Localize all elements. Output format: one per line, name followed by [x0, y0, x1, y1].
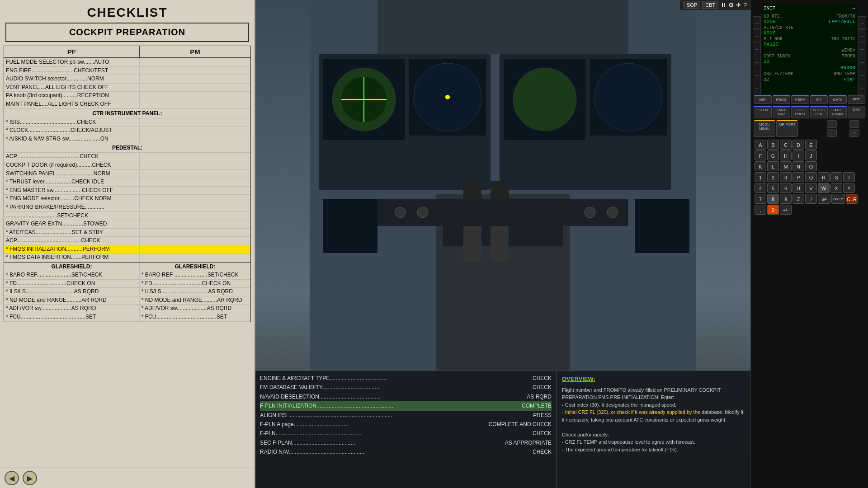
lsk-1r[interactable]: — [858, 16, 866, 29]
key-l[interactable]: L [767, 161, 779, 171]
key-9[interactable]: 9 [780, 194, 792, 204]
key-plusminus[interactable]: +/- [780, 205, 792, 215]
key-q[interactable]: Q [805, 172, 817, 182]
bottom-item-label: ALIGN IRS ..............................… [260, 411, 392, 420]
lsk-5l[interactable]: — [753, 69, 761, 81]
col-pf-header: PF [4, 46, 140, 57]
key-j[interactable]: J [805, 150, 817, 160]
prog-btn[interactable]: PROG [773, 95, 791, 104]
lsk-2l[interactable]: — [753, 29, 761, 42]
dir-btn[interactable]: DIR [754, 95, 772, 104]
lsk-6r[interactable]: — [858, 82, 866, 94]
checklist-row: * ISIS..................................… [4, 118, 250, 127]
checklist-pm-cell [140, 178, 250, 186]
fuelpred-btn[interactable]: FUEL PRED [791, 106, 809, 118]
overview-bullet3: - CRZ FL TEMP and tropopause level to ag… [562, 438, 745, 446]
pause-icon[interactable]: ⏸ [720, 1, 726, 9]
lsk-3l[interactable]: — [753, 42, 761, 55]
key-3[interactable]: 3 [780, 172, 792, 182]
up-arrow-btn[interactable]: ↑ [827, 120, 837, 128]
lsk-6l[interactable]: — [753, 82, 761, 94]
key-d[interactable]: D [793, 140, 804, 150]
secfpln-btn[interactable]: SEC F-PLN [810, 106, 828, 118]
back-button[interactable]: ◀ [5, 471, 19, 485]
lsk-4l[interactable]: — [753, 56, 761, 68]
plane-icon[interactable]: ✈ [736, 1, 741, 9]
key-z[interactable]: Z [793, 194, 804, 204]
key-5[interactable]: 5 [767, 183, 779, 193]
key-r[interactable]: R [818, 172, 830, 182]
bottom-item-label: F-PLN INITIALIZATION....................… [260, 401, 393, 410]
key-slash[interactable]: / [805, 194, 817, 204]
key-o[interactable]: O [805, 161, 817, 171]
key-clr[interactable]: CLR [846, 194, 858, 204]
down-arrow-btn[interactable]: ↓ [827, 129, 837, 137]
key-u[interactable]: U [793, 183, 804, 193]
key-h[interactable]: H [780, 150, 792, 160]
mcdu-menu-btn[interactable]: MCDU MENU [754, 120, 775, 137]
key-w[interactable]: W [818, 183, 830, 193]
dim-btn[interactable]: DIM [848, 106, 866, 118]
radnav-btn[interactable]: RAD NAV [773, 106, 791, 118]
glareshield-pf-cell: * ADF/VOR sw....................AS RQRD [4, 305, 140, 313]
checklist-pm-cell [140, 84, 250, 92]
perf-btn[interactable]: PERF [791, 95, 809, 104]
settings-icon[interactable]: ⚙ [728, 1, 734, 9]
left-arrow-btn[interactable]: ← [849, 120, 859, 128]
lsk-2r[interactable]: — [858, 29, 866, 42]
fms-row-right: IRS INIT> [831, 37, 855, 47]
lsk-4r[interactable]: — [858, 56, 866, 68]
key-p[interactable]: P [793, 172, 804, 182]
key-x[interactable]: X [830, 183, 842, 193]
key-7[interactable]: 7 [755, 194, 766, 204]
sop-button[interactable]: SOP [684, 1, 700, 9]
checklist-row: * FMGS INITIALIZATION...........PERFORM [4, 245, 250, 254]
fms-row-left: CRZ FL/TEMP [764, 71, 793, 76]
key-k[interactable]: K [755, 161, 766, 171]
key-b[interactable]: B [767, 140, 779, 150]
key-c[interactable]: C [780, 140, 792, 150]
key-1[interactable]: 1 [755, 172, 766, 182]
airport-btn[interactable]: AIR PORT [776, 120, 798, 137]
lsk-1l[interactable]: — [753, 16, 761, 29]
key-2[interactable]: 2 [767, 172, 779, 182]
key-sp[interactable]: SP [818, 194, 830, 204]
key-dot[interactable]: . [755, 205, 766, 215]
key-i[interactable]: I [793, 150, 804, 160]
fpln-btn[interactable]: F-PLN [754, 106, 772, 118]
right-arrow-btn[interactable]: → [849, 129, 859, 137]
key-m[interactable]: M [780, 161, 792, 171]
glareshield-row: * ND MODE and RANGE..........AR RQRD* ND… [4, 296, 250, 305]
checklist-pf-cell: * THRUST lever..................CHECK ID… [4, 178, 140, 186]
key-v[interactable]: V [805, 183, 817, 193]
key-n[interactable]: N [793, 161, 804, 171]
top-bar: SOP CBT ⏸ ⚙ ✈ ? [680, 0, 750, 10]
checklist-pm-cell [140, 135, 250, 143]
forward-button[interactable]: ▶ [23, 471, 37, 485]
bottom-item-label: F-PLN...................................… [260, 429, 362, 438]
glareshield-header: GLARESHIELD:GLARESHIELD: [4, 263, 250, 271]
cbt-button[interactable]: CBT [702, 1, 718, 9]
key-t[interactable]: T [843, 172, 855, 182]
key-6[interactable]: 6 [780, 183, 792, 193]
key-0[interactable]: 0 [767, 205, 779, 215]
fms-main-screen: INIT ↔ CO RTENONEFROM/TOLPPT/EGLLALTN/CO… [762, 4, 857, 94]
key-f[interactable]: F [755, 150, 766, 160]
key-s[interactable]: S [830, 172, 842, 182]
key-a[interactable]: A [755, 140, 766, 150]
init-btn[interactable]: INT [810, 95, 828, 104]
brt-btn[interactable]: BRT [848, 95, 866, 104]
key-4[interactable]: 4 [755, 183, 766, 193]
lsk-3r[interactable]: — [858, 42, 866, 55]
key-e[interactable]: E [805, 140, 817, 150]
key-8[interactable]: 8 [767, 194, 779, 204]
data-btn[interactable]: DATA [829, 95, 847, 104]
atccomm-btn[interactable]: ATC COMM [829, 106, 847, 118]
checklist-pm-cell [140, 127, 250, 135]
lsk-5r[interactable]: — [858, 69, 866, 81]
help-icon[interactable]: ? [743, 1, 747, 9]
svg-rect-27 [323, 199, 377, 253]
key-g[interactable]: G [767, 150, 779, 160]
key-y[interactable]: Y [843, 183, 855, 193]
key-ovfy[interactable]: OVFY [831, 194, 845, 204]
